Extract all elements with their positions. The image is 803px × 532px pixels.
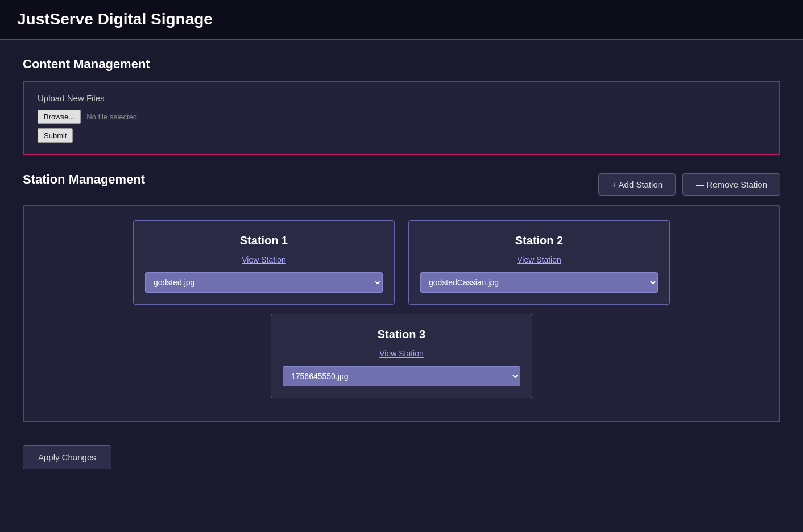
station-action-buttons: + Add Station — Remove Station — [598, 173, 780, 196]
station-2-select[interactable]: godsted.jpg godstedCassian.jpg 175664555… — [420, 272, 658, 293]
app-title: JustServe Digital Signage — [17, 10, 786, 28]
station-1-view-link[interactable]: View Station — [242, 255, 286, 264]
station-2-view-link[interactable]: View Station — [517, 255, 561, 264]
stations-row-2: Station 3 View Station godsted.jpg godst… — [38, 314, 765, 398]
station-card-2: Station 2 View Station godsted.jpg godst… — [408, 220, 670, 305]
content-management-panel: Upload New Files Browse... No file selec… — [23, 81, 780, 155]
add-station-button[interactable]: + Add Station — [598, 173, 676, 196]
app-header: JustServe Digital Signage — [0, 0, 803, 40]
submit-button[interactable]: Submit — [38, 128, 73, 143]
station-card-1: Station 1 View Station godsted.jpg godst… — [133, 220, 395, 305]
station-2-title: Station 2 — [515, 234, 563, 247]
stations-grid: Station 1 View Station godsted.jpg godst… — [38, 220, 765, 408]
content-management-title: Content Management — [23, 57, 780, 72]
browse-button[interactable]: Browse... — [38, 110, 81, 124]
main-content: Content Management Upload New Files Brow… — [0, 40, 803, 487]
station-3-view-link[interactable]: View Station — [379, 349, 424, 358]
station-management-title: Station Management — [23, 172, 145, 187]
file-input-row: Browse... No file selected — [38, 110, 765, 124]
station-1-title: Station 1 — [240, 234, 288, 247]
upload-label: Upload New Files — [38, 93, 765, 103]
file-name-display: No file selected — [86, 113, 137, 121]
remove-station-button[interactable]: — Remove Station — [682, 173, 780, 196]
station-management-header: Station Management + Add Station — Remov… — [23, 172, 780, 196]
station-3-title: Station 3 — [378, 328, 425, 341]
station-management-panel: Station 1 View Station godsted.jpg godst… — [23, 205, 780, 422]
apply-changes-button[interactable]: Apply Changes — [23, 445, 111, 469]
station-1-select[interactable]: godsted.jpg godstedCassian.jpg 175664555… — [145, 272, 383, 293]
station-card-3: Station 3 View Station godsted.jpg godst… — [271, 314, 532, 398]
stations-row-1: Station 1 View Station godsted.jpg godst… — [38, 220, 765, 305]
station-3-select[interactable]: godsted.jpg godstedCassian.jpg 175664555… — [283, 366, 520, 386]
